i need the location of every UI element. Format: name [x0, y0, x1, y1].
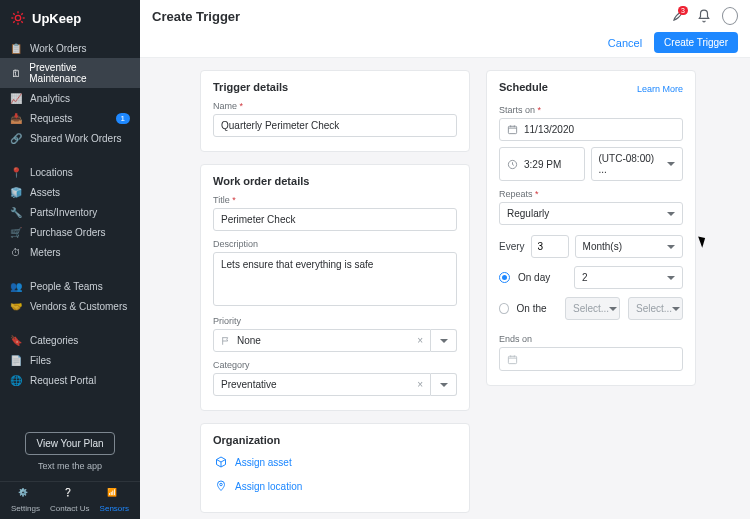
on-day-radio[interactable]	[499, 272, 510, 283]
start-time-input[interactable]: 3:29 PM	[499, 147, 585, 181]
assign-asset-link[interactable]: Assign asset	[213, 450, 457, 474]
calendar-icon: 🗓	[10, 67, 21, 79]
sidebar-item-label: Shared Work Orders	[30, 133, 122, 144]
tag-icon: 🔖	[10, 334, 22, 346]
wo-title-input[interactable]	[213, 208, 457, 231]
trigger-details-card: Trigger details Name *	[200, 70, 470, 152]
chevron-down-icon	[609, 307, 617, 311]
name-label: Name *	[213, 101, 457, 111]
repeats-select[interactable]: Regularly	[499, 202, 683, 225]
start-date-input[interactable]: 11/13/2020	[499, 118, 683, 141]
rocket-icon[interactable]: 3	[670, 8, 686, 24]
flag-icon	[221, 336, 231, 346]
category-select[interactable]: Preventative ×	[213, 373, 457, 396]
clear-category-icon[interactable]: ×	[417, 379, 423, 390]
chevron-down-icon	[440, 383, 448, 387]
work-order-details-card: Work order details Title * Description P…	[200, 164, 470, 411]
category-value: Preventative	[221, 379, 277, 390]
assign-asset-label: Assign asset	[235, 457, 292, 468]
sidebar-item-request-portal[interactable]: 🌐Request Portal	[0, 370, 140, 390]
sidebar-item-label: Assets	[30, 187, 60, 198]
organization-heading: Organization	[213, 434, 457, 446]
avatar[interactable]	[722, 8, 738, 24]
schedule-heading: Schedule	[499, 81, 548, 93]
sidebar-item-locations[interactable]: 📍Locations	[0, 162, 140, 182]
pin-icon: 📍	[10, 166, 22, 178]
timezone-select[interactable]: (UTC-08:00) ...	[591, 147, 683, 181]
sidebar-item-label: Categories	[30, 335, 78, 346]
chevron-down-icon	[667, 276, 675, 280]
settings-button[interactable]: ⚙️Settings	[11, 488, 40, 513]
sidebar-item-work-orders[interactable]: 📋Work Orders	[0, 38, 140, 58]
contact-label: Contact Us	[50, 504, 90, 513]
learn-more-link[interactable]: Learn More	[637, 84, 683, 94]
category-label: Category	[213, 360, 457, 370]
cart-icon: 🛒	[10, 226, 22, 238]
every-unit-select[interactable]: Month(s)	[575, 235, 683, 258]
share-icon: 🔗	[10, 132, 22, 144]
sidebar-item-analytics[interactable]: 📈Analytics	[0, 88, 140, 108]
trigger-name-input[interactable]	[213, 114, 457, 137]
sidebar-item-label: Preventive Maintenance	[29, 62, 130, 84]
create-trigger-button[interactable]: Create Trigger	[654, 32, 738, 53]
gauge-icon: ⏱	[10, 246, 22, 258]
topbar: Create Trigger 3	[140, 0, 750, 32]
priority-label: Priority	[213, 316, 457, 326]
chevron-down-icon	[440, 339, 448, 343]
on-the-day-select[interactable]: Select...	[628, 297, 683, 320]
on-the-day-value: Select...	[636, 303, 672, 314]
wo-description-input[interactable]	[213, 252, 457, 306]
sidebar-item-vendors-customers[interactable]: 🤝Vendors & Customers	[0, 296, 140, 316]
action-bar: Cancel Create Trigger	[140, 32, 750, 58]
on-the-radio[interactable]	[499, 303, 509, 314]
ends-on-input[interactable]	[499, 347, 683, 371]
category-caret[interactable]	[431, 373, 457, 396]
sidebar-item-requests[interactable]: 📥Requests1	[0, 108, 140, 128]
every-label: Every	[499, 241, 525, 252]
priority-caret[interactable]	[431, 329, 457, 352]
sidebar-item-meters[interactable]: ⏱Meters	[0, 242, 140, 262]
assign-location-label: Assign location	[235, 481, 302, 492]
priority-select[interactable]: None ×	[213, 329, 457, 352]
sidebar-item-categories[interactable]: 🔖Categories	[0, 330, 140, 350]
sidebar-item-assets[interactable]: 🧊Assets	[0, 182, 140, 202]
cube-icon	[215, 456, 227, 468]
contact-us-button[interactable]: ❔Contact Us	[50, 488, 90, 513]
title-label: Title *	[213, 195, 457, 205]
chevron-down-icon	[667, 162, 675, 166]
sidebar-item-label: Parts/Inventory	[30, 207, 97, 218]
chevron-down-icon	[667, 245, 675, 249]
svg-point-9	[220, 483, 223, 486]
sidebar-item-label: Analytics	[30, 93, 70, 104]
sidebar-item-parts-inventory[interactable]: 🔧Parts/Inventory	[0, 202, 140, 222]
svg-line-8	[21, 13, 22, 14]
every-count-input[interactable]	[531, 235, 569, 258]
notif-count: 3	[678, 6, 688, 15]
sidebar-item-shared-work-orders[interactable]: 🔗Shared Work Orders	[0, 128, 140, 148]
on-day-label: On day	[518, 272, 566, 283]
text-me-app[interactable]: Text me the app	[38, 461, 102, 471]
clear-priority-icon[interactable]: ×	[417, 335, 423, 346]
bell-icon[interactable]	[696, 8, 712, 24]
gear-icon	[10, 10, 26, 26]
cancel-button[interactable]: Cancel	[608, 37, 642, 49]
sidebar-item-purchase-orders[interactable]: 🛒Purchase Orders	[0, 222, 140, 242]
handshake-icon: 🤝	[10, 300, 22, 312]
repeats-label: Repeats *	[499, 189, 683, 199]
assign-location-link[interactable]: Assign location	[213, 474, 457, 498]
sensors-button[interactable]: 📶Sensors	[100, 488, 129, 513]
sidebar-item-preventive-maintenance[interactable]: 🗓Preventive Maintenance	[0, 58, 140, 88]
on-the-label: On the	[517, 303, 557, 314]
signal-icon: 📶	[107, 488, 121, 502]
portal-icon: 🌐	[10, 374, 22, 386]
sidebar-item-label: Requests	[30, 113, 72, 124]
view-plan-button[interactable]: View Your Plan	[25, 432, 114, 455]
organization-card: Organization Assign asset Assign locatio…	[200, 423, 470, 513]
sidebar: UpKeep 📋Work Orders 🗓Preventive Maintena…	[0, 0, 140, 519]
sidebar-item-people-teams[interactable]: 👥People & Teams	[0, 276, 140, 296]
calendar-icon	[507, 354, 518, 365]
sidebar-item-files[interactable]: 📄Files	[0, 350, 140, 370]
on-the-ordinal-select[interactable]: Select...	[565, 297, 620, 320]
on-day-select[interactable]: 2	[574, 266, 683, 289]
sensors-label: Sensors	[100, 504, 129, 513]
